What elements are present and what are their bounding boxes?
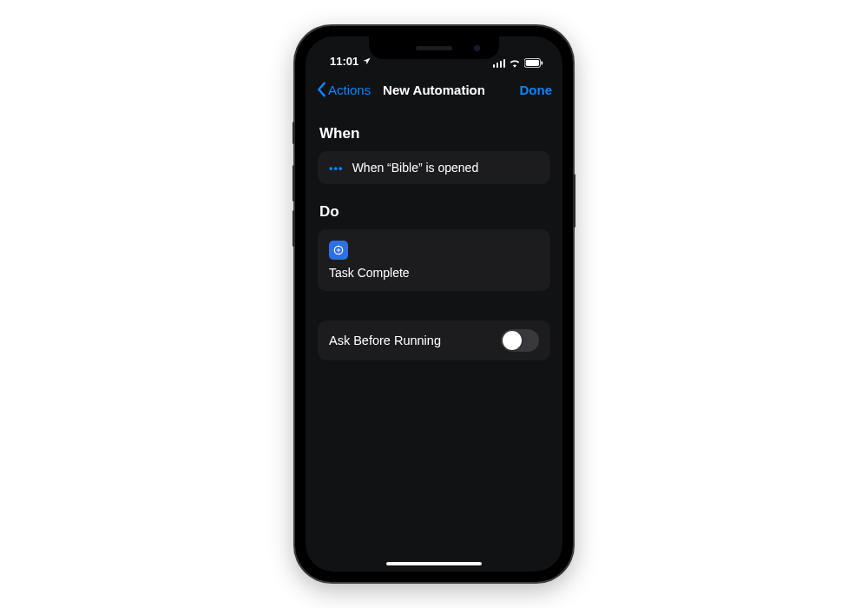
phone-frame: 11:01 Actions New Automation Done When [295,26,573,582]
notch [369,36,499,59]
location-arrow-icon [362,56,372,66]
done-button[interactable]: Done [520,83,553,97]
wifi-icon [509,58,521,68]
when-trigger-text: When “Bible” is opened [352,161,479,175]
speaker-grill [416,46,452,50]
when-heading: When [319,125,550,142]
page-title: New Automation [383,83,485,97]
screen: 11:01 Actions New Automation Done When [306,36,562,572]
ask-before-running-label: Ask Before Running [329,334,441,347]
toggle-knob [503,331,522,350]
front-camera [474,45,480,51]
svg-rect-1 [526,60,539,66]
status-time: 11:01 [330,55,358,68]
cellular-signal-icon [493,58,506,68]
ask-before-running-row: Ask Before Running [318,321,550,360]
when-trigger-card[interactable]: ••• When “Bible” is opened [318,151,550,184]
battery-icon [524,58,543,68]
power-button [573,174,575,228]
ellipsis-icon: ••• [329,162,344,175]
volume-down-button [293,210,295,247]
home-indicator[interactable] [386,562,482,565]
shortcut-app-icon [329,241,348,260]
do-action-card[interactable]: Task Complete [318,229,550,291]
do-action-label: Task Complete [329,266,539,280]
back-button[interactable]: Actions [316,82,371,97]
mute-switch [293,122,295,144]
content-area: When ••• When “Bible” is opened Do Task … [306,108,562,572]
do-heading: Do [319,203,550,221]
back-button-label: Actions [328,83,371,97]
svg-rect-2 [541,61,542,64]
ask-before-running-toggle[interactable] [501,329,539,352]
volume-up-button [293,165,295,202]
chevron-left-icon [316,82,326,97]
nav-bar: Actions New Automation Done [306,71,562,108]
